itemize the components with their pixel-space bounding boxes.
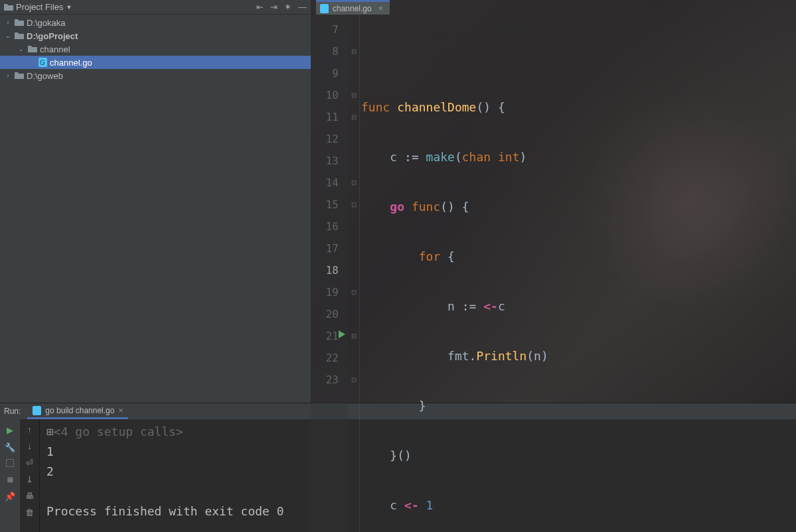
tree-item[interactable]: ⌄ channel: [0, 42, 311, 56]
go-file-icon: [33, 406, 41, 415]
down-icon[interactable]: ↓: [27, 441, 32, 451]
project-tree: › D:\gokaka ⌄ D:\goProject ⌄ channel G c…: [0, 15, 311, 403]
line-number: 17: [311, 237, 339, 259]
fold-marker-icon[interactable]: ⊟: [348, 40, 359, 62]
gear-icon[interactable]: ✶: [284, 2, 291, 12]
editor-tab[interactable]: channel.go ×: [316, 0, 390, 15]
line-number: 11: [311, 106, 339, 128]
collapse-icon[interactable]: ⇤: [256, 2, 264, 12]
line-number: 13: [311, 150, 339, 172]
tree-item[interactable]: ⌄ D:\goProject: [0, 29, 311, 42]
run-tool-column-left: ▶ 🔧 ≣ 📌: [0, 419, 20, 532]
code-content[interactable]: func channelDome() { c := make(chan int)…: [360, 15, 796, 532]
print-icon[interactable]: 🖶: [25, 491, 34, 501]
folder-icon: [15, 19, 24, 27]
fold-marker-icon[interactable]: ⊟: [348, 106, 359, 128]
tree-item-label: channel: [40, 44, 70, 54]
line-gutter[interactable]: 7 8 9 10 11 12 13 14 15 16 17 18 19 20 2…: [311, 15, 348, 532]
tree-item-label: D:\goProject: [27, 31, 78, 41]
fold-marker-icon[interactable]: ⊟: [348, 84, 359, 106]
svg-rect-2: [320, 4, 329, 13]
project-sidebar: Project Files ▼ ⇤ ⇥ ✶ — › D:\gokaka ⌄ D:…: [0, 0, 311, 403]
line-number: 7: [311, 19, 339, 40]
tab-label: channel.go: [333, 4, 372, 13]
close-icon[interactable]: ×: [118, 406, 123, 415]
tree-item-label: D:\gokaka: [27, 18, 66, 28]
fold-end-icon[interactable]: ⊡: [348, 194, 359, 216]
rerun-icon[interactable]: ▶: [5, 425, 15, 435]
scroll-icon[interactable]: ⇥: [270, 2, 278, 12]
layout-icon[interactable]: ≣: [5, 474, 15, 484]
line-number: 23: [311, 369, 339, 391]
line-number: 14: [311, 172, 339, 194]
line-number: 9: [311, 62, 339, 84]
editor-tabs: channel.go ×: [311, 0, 796, 15]
tree-item-selected[interactable]: G channel.go: [0, 56, 311, 69]
run-label: Run:: [4, 407, 21, 416]
code-editor: channel.go × 7 8 9 10 11 12 13 14 15 16 …: [311, 0, 796, 403]
line-number: 8: [311, 40, 339, 62]
sidebar-header: Project Files ▼ ⇤ ⇥ ✶ —: [0, 0, 311, 15]
chevron-down-icon: ⌄: [4, 33, 12, 39]
close-icon[interactable]: ×: [378, 4, 383, 13]
line-number-current: 18: [311, 259, 339, 281]
line-number: 22: [311, 347, 339, 369]
hide-icon[interactable]: —: [298, 2, 307, 12]
line-number: 16: [311, 216, 339, 237]
folder-icon: [15, 32, 24, 40]
tree-item-label: D:\goweb: [27, 71, 63, 81]
svg-rect-3: [33, 406, 41, 415]
chevron-down-icon: ⌄: [17, 46, 25, 52]
line-number: 20: [311, 303, 339, 325]
sidebar-title-label: Project Files: [16, 2, 64, 12]
sidebar-title[interactable]: Project Files ▼: [4, 2, 72, 12]
scroll-end-icon[interactable]: ⤓: [26, 474, 33, 484]
run-gutter-icon[interactable]: [339, 330, 345, 338]
line-number: 15: [311, 194, 339, 216]
stop-icon[interactable]: 🔧: [5, 442, 15, 452]
run-tab-label: go build channel.go: [45, 406, 114, 415]
fold-end-icon[interactable]: ⊡: [348, 369, 359, 391]
stop-icon[interactable]: [6, 459, 14, 467]
up-icon[interactable]: ↑: [27, 425, 32, 434]
fold-end-icon[interactable]: ⊡: [348, 172, 359, 194]
dropdown-icon: ▼: [66, 4, 72, 11]
chevron-right-icon: ›: [4, 19, 12, 26]
line-number: 12: [311, 128, 339, 150]
folder-icon: [4, 3, 13, 11]
fold-marker-icon[interactable]: ⊟: [348, 325, 359, 347]
trash-icon[interactable]: 🗑: [25, 507, 34, 517]
tree-item[interactable]: › D:\goweb: [0, 69, 311, 82]
go-file-icon: G: [39, 58, 47, 67]
go-file-icon: [320, 4, 329, 13]
chevron-right-icon: ›: [4, 72, 12, 79]
line-number: 10: [311, 84, 339, 106]
svg-text:G: G: [40, 59, 45, 66]
folder-icon: [15, 72, 24, 80]
run-tab[interactable]: go build channel.go ×: [27, 403, 128, 419]
fold-column: ⊟ ⊟ ⊟ ⊡ ⊡ ⊡ ⊟ ⊡: [348, 15, 360, 532]
line-number: 21: [311, 325, 339, 347]
tree-item-label: channel.go: [50, 58, 92, 68]
soft-wrap-icon[interactable]: ⏎: [26, 458, 33, 468]
folder-icon: [28, 45, 37, 53]
line-number: 19: [311, 281, 339, 303]
fold-end-icon[interactable]: ⊡: [348, 281, 359, 303]
pin-icon[interactable]: 📌: [5, 491, 15, 501]
run-tool-column-right: ↑ ↓ ⏎ ⤓ 🖶 🗑: [20, 419, 40, 532]
tree-item[interactable]: › D:\gokaka: [0, 16, 311, 29]
